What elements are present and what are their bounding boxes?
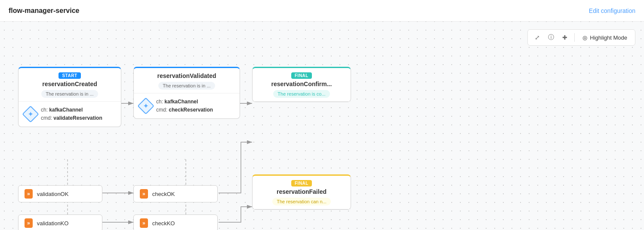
- node-reservation-confirmed[interactable]: FINAL reservationConfirm... The reservat…: [252, 67, 351, 102]
- channel-value: kafkaChannel: [49, 107, 83, 113]
- cmd-label-v: cmd:: [156, 107, 169, 113]
- app-title: flow-manager-service: [9, 7, 80, 15]
- cmd-value-v: checkReservation: [169, 107, 213, 113]
- edit-config-link[interactable]: Edit configuration: [589, 7, 635, 14]
- start-badge: START: [59, 72, 80, 79]
- flow-canvas: START reservationCreated The reservation…: [0, 22, 644, 230]
- toolbar-divider: [574, 33, 575, 42]
- node-created-description: The reservation is in ...: [41, 90, 98, 98]
- info-button[interactable]: ⓘ: [545, 31, 557, 44]
- label-validok: validationOK: [37, 191, 69, 197]
- node-confirmed-description: The reservation is co...: [273, 90, 330, 98]
- node-created-header: START reservationCreated The reservation…: [18, 68, 121, 102]
- highlight-mode-button[interactable]: ◎ Highlight Mode: [578, 33, 632, 43]
- label-checkko: checkKO: [152, 220, 175, 227]
- cmd-value: validateReservation: [53, 115, 102, 121]
- node-created-title: reservationCreated: [42, 81, 97, 87]
- header-actions: Edit configuration: [589, 7, 635, 14]
- diamond-inner-validated: ✦: [143, 103, 148, 109]
- add-button[interactable]: ✚: [559, 31, 571, 44]
- node-failed-title: reservationFailed: [277, 188, 327, 195]
- node-validated-body: ✦ ch: kafkaChannel cmd: checkReservation: [134, 93, 240, 118]
- node-reservation-created[interactable]: START reservationCreated The reservation…: [18, 67, 121, 127]
- event-check-ko[interactable]: » checkKO: [133, 214, 218, 230]
- app-header: flow-manager-service Edit configuration: [0, 0, 644, 22]
- event-validation-ko[interactable]: » validationKO: [18, 214, 102, 230]
- highlight-mode-label: Highlight Mode: [590, 34, 627, 41]
- channel-label: ch:: [41, 107, 49, 113]
- canvas-toolbar: ⤢ ⓘ ✚ ◎ Highlight Mode: [527, 29, 635, 46]
- node-validated-details: ch: kafkaChannel cmd: checkReservation: [156, 98, 213, 114]
- chevron-validok: »: [25, 189, 33, 199]
- event-validation-ok[interactable]: » validationOK: [18, 185, 102, 202]
- chevron-valko: »: [25, 218, 33, 228]
- node-validated-title: reservationValidated: [157, 72, 216, 79]
- node-created-cmd: cmd: validateReservation: [41, 114, 102, 122]
- node-validated-cmd: cmd: checkReservation: [156, 106, 213, 114]
- channel-value-v: kafkaChannel: [164, 99, 198, 105]
- node-confirmed-title: reservationConfirm...: [271, 81, 332, 87]
- node-confirmed-header: FINAL reservationConfirm... The reservat…: [253, 68, 351, 102]
- node-created-body: ✦ ch: kafkaChannel cmd: validateReservat…: [18, 102, 121, 127]
- arrow-checkok-confirmed: [219, 142, 252, 193]
- node-reservation-failed[interactable]: FINAL reservationFailed The reservation …: [252, 174, 351, 210]
- diamond-inner-created: ✦: [28, 111, 33, 118]
- expand-icon: ⤢: [535, 34, 540, 41]
- label-valko: validationKO: [37, 220, 69, 227]
- final-green-badge: FINAL: [291, 72, 312, 79]
- chevron-checkok: »: [140, 189, 148, 199]
- node-reservation-validated[interactable]: reservationValidated The reservation is …: [133, 67, 240, 119]
- node-validated-channel: ch: kafkaChannel: [156, 98, 213, 106]
- node-failed-description: The reservation can n...: [272, 198, 331, 205]
- final-yellow-badge: FINAL: [291, 180, 312, 186]
- expand-button[interactable]: ⤢: [531, 31, 543, 44]
- diamond-icon-validated: ✦: [137, 97, 154, 115]
- node-validated-description: The reservation is in ...: [158, 82, 215, 90]
- plus-icon: ✚: [562, 34, 567, 41]
- cmd-label: cmd:: [41, 115, 53, 121]
- info-icon: ⓘ: [548, 34, 554, 41]
- event-check-ok[interactable]: » checkOK: [133, 185, 218, 202]
- diamond-icon-created: ✦: [22, 106, 39, 123]
- channel-label-v: ch:: [156, 99, 164, 105]
- node-created-channel: ch: kafkaChannel: [41, 106, 102, 114]
- node-created-details: ch: kafkaChannel cmd: validateReservatio…: [41, 106, 102, 122]
- node-failed-header: FINAL reservationFailed The reservation …: [253, 176, 351, 209]
- arrow-checkko-failed: [219, 207, 252, 222]
- chevron-checkko: »: [140, 218, 148, 228]
- node-validated-header: reservationValidated The reservation is …: [134, 68, 240, 93]
- label-checkok: checkOK: [152, 191, 175, 197]
- highlight-icon: ◎: [582, 34, 587, 41]
